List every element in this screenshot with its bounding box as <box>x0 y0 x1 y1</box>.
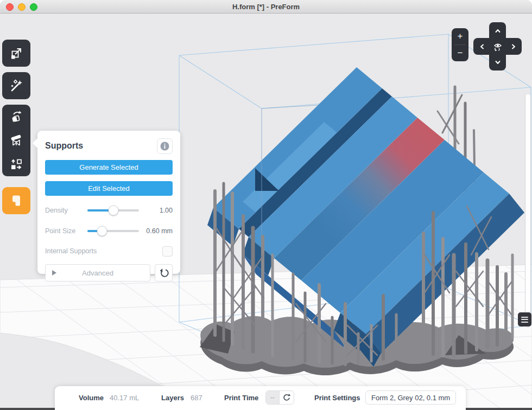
panel-title: Supports <box>45 141 83 151</box>
layout-icon <box>9 157 23 171</box>
zoom-out-button[interactable]: − <box>452 45 468 61</box>
reset-icon <box>159 268 169 278</box>
rotate-up-button[interactable] <box>490 23 505 39</box>
internal-supports-row: Internal Supports <box>45 246 173 257</box>
advanced-button[interactable]: Advanced <box>45 264 150 281</box>
print-settings-selector[interactable]: Form 2, Grey 02, 0.1 mm <box>365 390 456 405</box>
generate-selected-button[interactable]: Generate Selected <box>45 160 173 175</box>
layout-tool-button[interactable] <box>2 152 30 176</box>
internal-supports-checkbox[interactable] <box>162 246 173 257</box>
advanced-label: Advanced <box>82 269 113 277</box>
internal-supports-label: Internal Supports <box>45 247 97 255</box>
point-size-value: 0.60 mm <box>145 227 173 235</box>
rotate-left-button[interactable] <box>474 39 490 54</box>
print-time-refresh-button[interactable] <box>280 391 294 404</box>
window-title: H.form [*] - PreForm <box>232 3 300 11</box>
rotate-right-button[interactable] <box>505 39 521 54</box>
zoom-window-button[interactable] <box>30 3 37 11</box>
point-size-slider[interactable] <box>87 230 139 232</box>
layers-icon <box>521 317 528 318</box>
volume-value: 40.17 mL <box>110 394 139 402</box>
zoom-control: + − <box>452 28 468 61</box>
point-size-slider-thumb[interactable] <box>97 226 107 236</box>
preform-window: H.form [*] - PreForm <box>0 0 532 410</box>
print-time-chip: -- <box>265 390 294 405</box>
layers-label: Layers <box>161 394 184 402</box>
layer-slider-handle[interactable] <box>518 312 531 326</box>
supports-icon <box>9 133 23 148</box>
print-settings-label: Print Settings <box>314 394 360 402</box>
density-slider-thumb[interactable] <box>108 206 118 216</box>
chevron-up-icon <box>494 27 502 35</box>
rotate-down-button[interactable] <box>490 54 505 70</box>
chevron-down-icon <box>494 59 502 66</box>
info-icon <box>160 142 169 151</box>
edit-selected-button[interactable]: Edit Selected <box>45 181 173 196</box>
print-settings-value: Form 2, Grey 02, 0.1 mm <box>371 394 450 402</box>
view-navigation-pad <box>473 22 522 71</box>
print-time-label: Print Time <box>224 394 258 402</box>
density-slider[interactable] <box>87 209 139 212</box>
layer-slider-track[interactable] <box>525 93 531 328</box>
supports-panel: Supports Generate Selected Edit Selected… <box>37 131 180 274</box>
density-label: Density <box>45 207 87 214</box>
supports-tool-button[interactable] <box>2 129 30 152</box>
orientation-tool-button[interactable] <box>2 105 30 129</box>
point-size-row: Point Size 0.60 mm <box>45 225 173 237</box>
magic-wand-icon <box>9 79 23 93</box>
minimize-button[interactable] <box>18 3 26 11</box>
reset-view-button[interactable] <box>490 39 505 54</box>
density-value: 1.00 <box>145 207 173 214</box>
density-row: Density 1.00 <box>45 204 173 216</box>
zoom-in-button[interactable]: + <box>452 28 468 44</box>
status-bar: Volume 40.17 mL Layers 687 Print Time --… <box>55 386 466 410</box>
size-tool-button[interactable] <box>2 40 30 67</box>
volume-label: Volume <box>79 394 104 402</box>
title-bar: H.form [*] - PreForm <box>0 0 532 14</box>
info-button[interactable] <box>157 138 173 154</box>
view-orbit-eye-icon <box>492 41 504 53</box>
cartridge-icon <box>9 194 23 208</box>
layers-value: 687 <box>191 394 202 402</box>
orientation-icon <box>9 110 23 124</box>
point-size-label: Point Size <box>45 227 87 235</box>
expand-triangle-icon <box>52 270 56 276</box>
reset-supports-button[interactable] <box>155 264 173 281</box>
chevron-left-icon <box>478 43 486 50</box>
printer-status-tool-button[interactable] <box>2 187 30 214</box>
print-time-value: -- <box>266 391 280 404</box>
panel-caret <box>33 138 38 149</box>
size-icon <box>9 46 23 60</box>
close-button[interactable] <box>6 3 14 11</box>
refresh-icon <box>282 393 291 402</box>
chevron-right-icon <box>510 43 517 50</box>
one-click-print-tool-button[interactable] <box>2 72 30 99</box>
